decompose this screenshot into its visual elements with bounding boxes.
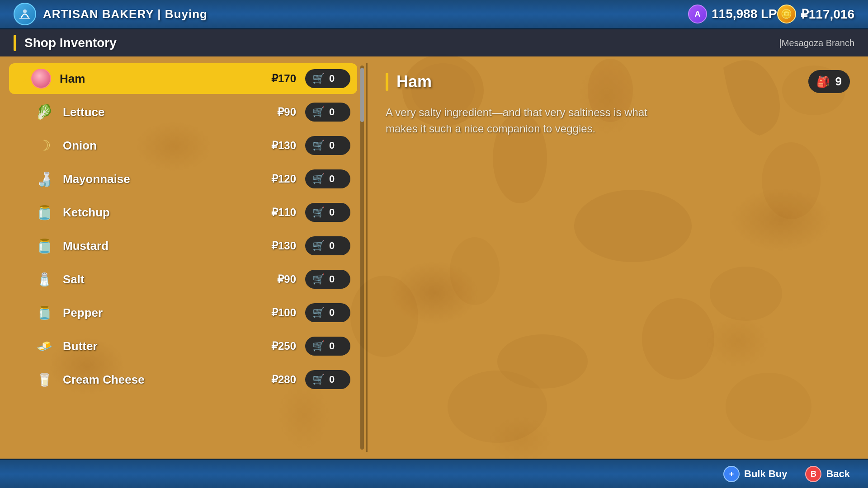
cart-icon: 🛒 bbox=[312, 307, 325, 319]
item-icon-butter: 🧈 bbox=[33, 334, 56, 358]
item-icon-onion: ☽ bbox=[33, 134, 56, 157]
item-name: Ham bbox=[60, 72, 255, 86]
list-item[interactable]: ▶ Ham ₽170 🛒 0 bbox=[9, 63, 357, 94]
section-bar-accent bbox=[14, 35, 16, 51]
bulk-buy-button[interactable]: + bbox=[723, 466, 740, 482]
scroll-thumb bbox=[360, 68, 364, 122]
item-price: ₽100 bbox=[255, 306, 296, 319]
cart-badge: 🛒 0 bbox=[305, 103, 350, 122]
cart-icon: 🛒 bbox=[312, 173, 325, 185]
item-name: Butter bbox=[63, 339, 255, 353]
branch-location: Mesagoza Branch bbox=[782, 38, 854, 48]
cart-count: 0 bbox=[329, 140, 335, 151]
item-icon-ketchup: 🫙 bbox=[33, 201, 56, 224]
item-price: ₽130 bbox=[255, 239, 296, 252]
cart-count: 0 bbox=[329, 374, 335, 385]
inventory-icon: 🎒 bbox=[816, 75, 830, 88]
cart-icon: 🛒 bbox=[312, 206, 325, 218]
list-item[interactable]: 🥛 Cream Cheese ₽280 🛒 0 bbox=[9, 364, 357, 395]
item-price: ₽90 bbox=[255, 273, 296, 286]
header: ARTISAN BAKERY | Buying A 115,988 LP 🪙 ₽… bbox=[0, 0, 868, 29]
item-name: Ketchup bbox=[63, 206, 255, 220]
cart-badge: 🛒 0 bbox=[305, 270, 350, 289]
bulk-buy-action[interactable]: + Bulk Buy bbox=[723, 466, 787, 482]
coin-display: 🪙 ₽117,016 bbox=[777, 5, 854, 23]
item-icon-salt: 🧂 bbox=[33, 267, 56, 291]
cart-badge: 🛒 0 bbox=[305, 69, 350, 88]
cart-icon: 🛒 bbox=[312, 340, 325, 352]
item-icon-mustard: 🫙 bbox=[33, 234, 56, 258]
item-icon-pepper: 🫙 bbox=[33, 301, 56, 324]
list-item[interactable]: 🥬 Lettuce ₽90 🛒 0 bbox=[9, 97, 357, 127]
cart-badge: 🛒 0 bbox=[305, 236, 350, 255]
item-price: ₽170 bbox=[255, 72, 296, 85]
cart-badge: 🛒 0 bbox=[305, 303, 350, 322]
cart-count: 0 bbox=[329, 206, 335, 218]
svg-point-14 bbox=[23, 9, 27, 13]
cart-badge: 🛒 0 bbox=[305, 370, 350, 389]
item-name: Lettuce bbox=[63, 105, 255, 119]
item-icon-ham bbox=[29, 67, 53, 90]
cart-badge: 🛒 0 bbox=[305, 136, 350, 155]
lp-value: 115,988 LP bbox=[712, 7, 777, 21]
cart-badge: 🛒 0 bbox=[305, 337, 350, 356]
item-icon-lettuce: 🥬 bbox=[33, 100, 56, 124]
item-name: Mayonnaise bbox=[63, 172, 255, 186]
cart-count: 0 bbox=[329, 340, 335, 352]
detail-bar-accent bbox=[386, 73, 388, 91]
item-name: Pepper bbox=[63, 306, 255, 320]
bulk-buy-label: Bulk Buy bbox=[744, 468, 787, 480]
cart-count: 0 bbox=[329, 307, 335, 319]
page-title: ARTISAN BAKERY | Buying bbox=[43, 7, 688, 21]
detail-description: A very salty ingredient—and that very sa… bbox=[386, 104, 657, 137]
back-action[interactable]: B Back bbox=[805, 466, 850, 482]
item-name: Cream Cheese bbox=[63, 373, 255, 387]
cart-icon: 🛒 bbox=[312, 374, 325, 385]
shop-list-panel: ▶ Ham ₽170 🛒 0 🥬 Lettuce ₽90 🛒 0 bbox=[0, 56, 366, 459]
item-icon-cream-cheese: 🥛 bbox=[33, 368, 56, 391]
cart-count: 0 bbox=[329, 173, 335, 185]
bottom-bar: + Bulk Buy B Back bbox=[0, 459, 868, 488]
section-header: Shop Inventory | Mesagoza Branch bbox=[0, 29, 868, 56]
list-item[interactable]: 🍶 Mayonnaise ₽120 🛒 0 bbox=[9, 164, 357, 194]
item-price: ₽120 bbox=[255, 173, 296, 185]
detail-header: Ham 🎒 9 bbox=[386, 70, 850, 93]
list-item[interactable]: 🫙 Ketchup ₽110 🛒 0 bbox=[9, 197, 357, 228]
list-item[interactable]: 🧂 Salt ₽90 🛒 0 bbox=[9, 264, 357, 295]
item-name: Onion bbox=[63, 139, 255, 153]
selection-arrow: ▶ bbox=[16, 71, 27, 86]
item-name: Salt bbox=[63, 272, 255, 286]
cart-count: 0 bbox=[329, 273, 335, 285]
cart-count: 0 bbox=[329, 73, 335, 84]
list-item[interactable]: 🫙 Mustard ₽130 🛒 0 bbox=[9, 230, 357, 261]
cart-icon: 🛒 bbox=[312, 240, 325, 252]
cart-icon: 🛒 bbox=[312, 73, 325, 84]
coin-value: ₽117,016 bbox=[801, 7, 854, 22]
item-icon-mayo: 🍶 bbox=[33, 167, 56, 191]
cart-badge: 🛒 0 bbox=[305, 203, 350, 222]
shop-logo bbox=[14, 3, 36, 25]
list-item[interactable]: 🫙 Pepper ₽100 🛒 0 bbox=[9, 297, 357, 328]
cart-badge: 🛒 0 bbox=[305, 169, 350, 188]
lp-display: A 115,988 LP bbox=[688, 5, 777, 23]
coin-icon: 🪙 bbox=[777, 5, 796, 23]
list-item[interactable]: 🧈 Butter ₽250 🛒 0 bbox=[9, 331, 357, 361]
b-icon: B bbox=[811, 469, 816, 479]
cart-icon: 🛒 bbox=[312, 273, 325, 285]
plus-icon: + bbox=[729, 469, 734, 479]
main-content: ▶ Ham ₽170 🛒 0 🥬 Lettuce ₽90 🛒 0 bbox=[0, 56, 868, 459]
scrollbar[interactable] bbox=[360, 66, 364, 450]
cart-icon: 🛒 bbox=[312, 106, 325, 118]
item-price: ₽250 bbox=[255, 340, 296, 352]
inventory-badge: 🎒 9 bbox=[808, 70, 850, 93]
item-name: Mustard bbox=[63, 239, 255, 253]
item-price: ₽130 bbox=[255, 139, 296, 152]
cart-icon: 🛒 bbox=[312, 140, 325, 151]
detail-panel: Ham 🎒 9 A very salty ingredient—and that… bbox=[368, 56, 868, 459]
back-label: Back bbox=[826, 468, 850, 480]
item-price: ₽280 bbox=[255, 373, 296, 386]
list-item[interactable]: ☽ Onion ₽130 🛒 0 bbox=[9, 130, 357, 161]
back-button[interactable]: B bbox=[805, 466, 821, 482]
section-title: Shop Inventory bbox=[24, 36, 779, 50]
lp-icon: A bbox=[688, 5, 707, 23]
